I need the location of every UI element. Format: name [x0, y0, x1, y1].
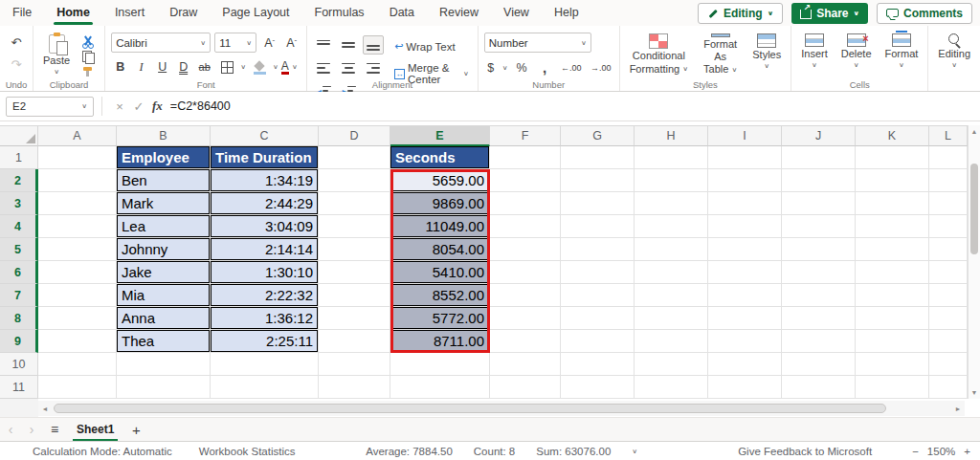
cell-I7[interactable] [708, 284, 782, 307]
delete-cells-button[interactable]: × Delete ∨ [837, 32, 876, 77]
cell-D3[interactable] [319, 192, 390, 215]
cell-K9[interactable] [856, 330, 929, 353]
cell-E9[interactable]: 8711.00 [390, 330, 490, 353]
cell-B4[interactable]: Lea [117, 215, 211, 238]
column-header-D[interactable]: D [319, 125, 390, 146]
cell-I8[interactable] [708, 307, 782, 330]
strikethrough-button[interactable]: ab [195, 58, 213, 77]
aggregates-menu-icon[interactable]: ∨ [632, 448, 637, 453]
copy-button[interactable] [78, 51, 99, 64]
cell-E10[interactable] [390, 353, 490, 376]
column-header-B[interactable]: B [117, 125, 211, 146]
format-as-table-button[interactable]: Format As Table∨ [700, 32, 741, 77]
cell-I10[interactable] [708, 353, 782, 376]
cell-F1[interactable] [490, 146, 561, 169]
cell-D8[interactable] [319, 307, 390, 330]
cell-F10[interactable] [490, 353, 561, 376]
cell-D11[interactable] [319, 376, 390, 399]
shrink-font-button[interactable]: Aˇ [282, 33, 301, 52]
cell-H11[interactable] [635, 376, 708, 399]
cell-B10[interactable] [117, 353, 211, 376]
sheet-list-menu-icon[interactable]: ≡ [42, 422, 67, 437]
cut-button[interactable] [78, 35, 99, 49]
cell-J9[interactable] [782, 330, 856, 353]
name-box[interactable]: E2 ∨ [6, 97, 94, 117]
cell-F11[interactable] [490, 376, 561, 399]
cell-J8[interactable] [782, 307, 856, 330]
cell-B3[interactable]: Mark [117, 192, 211, 215]
cell-F7[interactable] [490, 284, 561, 307]
cell-B11[interactable] [117, 376, 211, 399]
align-right-button[interactable] [363, 58, 384, 77]
row-header-11[interactable]: 11 [0, 376, 38, 399]
cell-L9[interactable] [929, 330, 968, 353]
horizontal-scrollbar[interactable]: ◄ ► [38, 401, 965, 416]
cell-J1[interactable] [782, 146, 856, 169]
tab-view[interactable]: View [491, 0, 542, 26]
cell-B5[interactable]: Johnny [117, 238, 211, 261]
cell-K3[interactable] [856, 192, 929, 215]
cell-G8[interactable] [561, 307, 635, 330]
column-header-J[interactable]: J [782, 125, 856, 146]
percent-style-button[interactable]: % [513, 58, 531, 77]
cell-D9[interactable] [319, 330, 390, 353]
row-header-3[interactable]: 3 [0, 192, 38, 215]
zoom-out-button[interactable]: − [912, 446, 919, 457]
cell-G7[interactable] [561, 284, 635, 307]
tab-insert[interactable]: Insert [102, 0, 157, 26]
cell-B9[interactable]: Thea [117, 330, 211, 353]
tab-formulas[interactable]: Formulas [302, 0, 377, 26]
cell-G4[interactable] [561, 215, 635, 238]
cell-E11[interactable] [390, 376, 490, 399]
accounting-format-button[interactable]: $ [484, 58, 498, 77]
cell-E2[interactable]: 5659.00 [390, 169, 490, 192]
row-header-8[interactable]: 8 [0, 307, 38, 330]
cell-F3[interactable] [490, 192, 561, 215]
underline-button[interactable]: U [153, 58, 171, 77]
cancel-entry-button[interactable]: × [110, 99, 129, 114]
tab-page-layout[interactable]: Page Layout [210, 0, 301, 26]
cell-K10[interactable] [856, 353, 929, 376]
cell-A1[interactable] [38, 146, 117, 169]
cell-D4[interactable] [319, 215, 390, 238]
cell-I2[interactable] [708, 169, 782, 192]
comma-style-button[interactable]: , [536, 58, 554, 77]
formula-input[interactable]: =C2*86400 [170, 99, 231, 113]
cell-I9[interactable] [708, 330, 782, 353]
font-color-button[interactable]: A [281, 60, 289, 75]
double-underline-button[interactable]: D [174, 58, 192, 77]
row-header-5[interactable]: 5 [0, 238, 38, 261]
cell-L7[interactable] [929, 284, 968, 307]
row-header-4[interactable]: 4 [0, 215, 38, 238]
share-button[interactable]: ↗ Share ∨ [791, 3, 868, 24]
cell-J10[interactable] [782, 353, 856, 376]
cell-K1[interactable] [856, 146, 929, 169]
cell-D10[interactable] [319, 353, 390, 376]
cell-I4[interactable] [708, 215, 782, 238]
cell-G11[interactable] [561, 376, 635, 399]
cell-E8[interactable]: 5772.00 [390, 307, 490, 330]
tab-help[interactable]: Help [542, 0, 591, 26]
cell-G5[interactable] [561, 238, 635, 261]
column-header-H[interactable]: H [635, 125, 708, 146]
align-middle-button[interactable] [338, 35, 359, 55]
horizontal-scroll-thumb[interactable] [54, 404, 886, 413]
column-header-A[interactable]: A [38, 125, 117, 146]
cell-H7[interactable] [635, 284, 708, 307]
cell-C8[interactable]: 1:36:12 [211, 307, 319, 330]
cell-L1[interactable] [929, 146, 968, 169]
vertical-scroll-thumb[interactable] [970, 164, 978, 254]
cell-L3[interactable] [929, 192, 968, 215]
cell-D2[interactable] [319, 169, 390, 192]
cell-D1[interactable] [319, 146, 390, 169]
cell-F5[interactable] [490, 238, 561, 261]
cell-F8[interactable] [490, 307, 561, 330]
zoom-in-button[interactable]: + [964, 446, 970, 457]
cell-A11[interactable] [38, 376, 117, 399]
cell-A3[interactable] [38, 192, 117, 215]
cell-F2[interactable] [490, 169, 561, 192]
cell-styles-button[interactable]: Styles ∨ [748, 32, 785, 77]
cell-L4[interactable] [929, 215, 968, 238]
select-all-corner[interactable] [0, 125, 38, 146]
grow-font-button[interactable]: Aˆ [260, 33, 278, 52]
